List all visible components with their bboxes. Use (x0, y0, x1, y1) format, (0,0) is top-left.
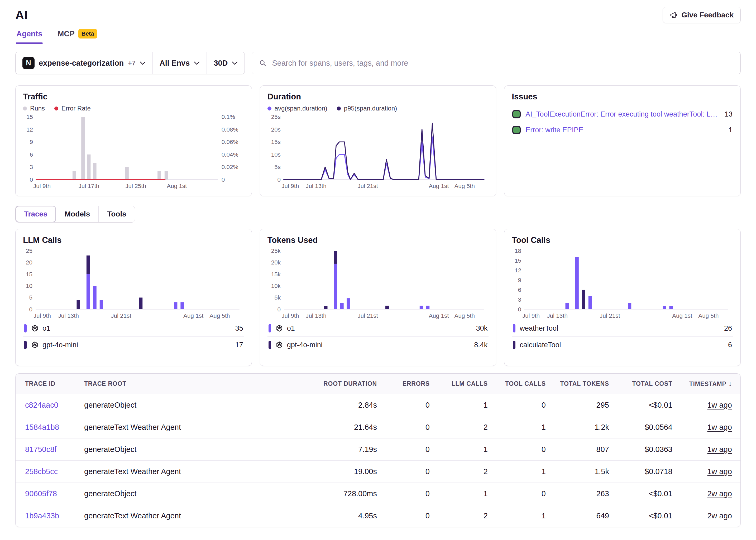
trace-cell-tool_calls: 1 (493, 416, 551, 439)
trace-id-link[interactable]: 90605f78 (25, 489, 57, 498)
chevron-down-icon (194, 62, 200, 65)
tab-agents[interactable]: Agents (16, 27, 43, 44)
trace-cell-errors: 0 (382, 483, 435, 505)
trace-row[interactable]: 90605f78generateObject728.00ms010263<$0.… (16, 483, 741, 505)
trace-cell-llm_calls: 1 (435, 394, 493, 416)
trace-cell-tokens: 263 (551, 483, 614, 505)
trace-cell-root: generateObject (79, 394, 211, 416)
trace-timestamp[interactable]: 1w ago (707, 401, 732, 409)
give-feedback-button[interactable]: Give Feedback (663, 7, 741, 23)
legend-item[interactable]: weatherTool 26 (512, 320, 733, 337)
trace-row[interactable]: c824aac0generateObject2.84s010295<$0.011… (16, 394, 741, 416)
col-tool-calls[interactable]: Tool Calls (493, 374, 551, 394)
trace-row[interactable]: 258cb5ccgenerateText Weather Agent19.00s… (16, 461, 741, 483)
date-range-select[interactable]: 30D (207, 52, 244, 74)
issue-row[interactable]: AI_ToolExecutionError: Error executing t… (512, 106, 733, 122)
project-select[interactable]: N expense-categorization +7 (16, 52, 152, 74)
subtab-tools[interactable]: Tools (99, 206, 135, 222)
trace-row[interactable]: 1b9a433bgenerateText Weather Agent4.95s0… (16, 505, 741, 527)
legend-error-rate-label: Error Rate (62, 105, 91, 112)
col-llm-calls[interactable]: LLM Calls (435, 374, 493, 394)
legend-item[interactable]: o1 30k (267, 320, 489, 337)
trace-cell-cost: $0.0718 (614, 461, 678, 483)
trace-id-link[interactable]: c824aac0 (25, 401, 58, 409)
legend-p95-label: p95(span.duration) (344, 105, 397, 112)
trace-cell-id[interactable]: 1584a1b8 (16, 416, 79, 439)
trace-cell-time[interactable]: 2w ago (678, 505, 741, 527)
col-timestamp[interactable]: Timestamp↓ (678, 374, 741, 394)
traffic-card-title: Traffic (23, 92, 244, 101)
tool-calls-card: Tool Calls 0369121518Jul 9thJul 13thJul … (504, 229, 741, 366)
col-root-duration[interactable]: Root Duration (211, 374, 382, 394)
trace-cell-root: generateObject (79, 439, 211, 461)
col-total-cost[interactable]: Total Cost (614, 374, 678, 394)
col-trace-root[interactable]: Trace Root (79, 374, 211, 394)
trace-cell-root: generateObject (79, 483, 211, 505)
project-icon-letter: N (26, 59, 31, 67)
beta-badge: Beta (78, 29, 97, 39)
trace-cell-time[interactable]: 2w ago (678, 483, 741, 505)
trace-cell-duration: 728.00ms (211, 483, 382, 505)
series-name: weatherTool (520, 324, 558, 333)
issue-row[interactable]: Error: write EPIPE 1 (512, 122, 733, 138)
svg-text:Jul 9th: Jul 9th (281, 183, 299, 189)
issue-link[interactable]: Error: write EPIPE (526, 126, 724, 134)
trace-cell-tokens: 1.5k (551, 461, 614, 483)
trace-id-link[interactable]: 1b9a433b (25, 511, 59, 520)
error-level-icon (512, 126, 521, 134)
legend-item[interactable]: calculateTool 6 (512, 337, 733, 353)
legend-item[interactable]: gpt-4o-mini 8.4k (267, 337, 489, 353)
subtab-traces[interactable]: Traces (16, 206, 56, 222)
trace-id-link[interactable]: 258cb5cc (25, 467, 58, 476)
legend-avg-duration: avg(span.duration) (267, 105, 327, 112)
trace-cell-cost: <$0.01 (614, 483, 678, 505)
svg-text:5k: 5k (274, 295, 281, 301)
series-value: 17 (235, 341, 243, 349)
trace-cell-id[interactable]: 81750c8f (16, 439, 79, 461)
trace-timestamp[interactable]: 1w ago (707, 423, 732, 431)
trace-timestamp[interactable]: 2w ago (707, 489, 732, 498)
svg-text:Aug 1st: Aug 1st (429, 313, 449, 319)
search-input[interactable] (271, 59, 734, 68)
svg-text:Jul 9th: Jul 9th (34, 313, 51, 319)
trace-row[interactable]: 81750c8fgenerateObject7.19s010807$0.0363… (16, 439, 741, 461)
trace-cell-llm_calls: 2 (435, 461, 493, 483)
legend-item[interactable]: gpt-4o-mini 17 (23, 337, 244, 353)
trace-timestamp[interactable]: 1w ago (707, 445, 732, 454)
trace-cell-time[interactable]: 1w ago (678, 439, 741, 461)
trace-cell-id[interactable]: c824aac0 (16, 394, 79, 416)
issue-link[interactable]: AI_ToolExecutionError: Error executing t… (526, 110, 720, 118)
trace-cell-time[interactable]: 1w ago (678, 416, 741, 439)
avg-dot-icon (267, 106, 271, 110)
svg-text:0: 0 (277, 306, 281, 313)
trace-cell-time[interactable]: 1w ago (678, 394, 741, 416)
trace-cell-duration: 19.00s (211, 461, 382, 483)
svg-text:3: 3 (518, 296, 522, 303)
date-range-value: 30D (214, 59, 227, 68)
trace-cell-id[interactable]: 90605f78 (16, 483, 79, 505)
legend-item[interactable]: o1 35 (23, 320, 244, 337)
col-total-tokens[interactable]: Total Tokens (551, 374, 614, 394)
subtab-models[interactable]: Models (56, 206, 99, 222)
trace-cell-id[interactable]: 1b9a433b (16, 505, 79, 527)
tab-mcp[interactable]: MCP Beta (57, 27, 97, 44)
trace-cell-tokens: 295 (551, 394, 614, 416)
trace-cell-root: generateText Weather Agent (79, 461, 211, 483)
svg-text:Jul 13th: Jul 13th (58, 313, 79, 319)
environment-select[interactable]: All Envs (152, 52, 207, 74)
trace-timestamp[interactable]: 2w ago (707, 511, 732, 520)
search-box[interactable] (252, 52, 741, 74)
series-color-chip (24, 324, 27, 333)
trace-id-link[interactable]: 81750c8f (25, 445, 57, 454)
trace-cell-tokens: 649 (551, 505, 614, 527)
trace-cell-id[interactable]: 258cb5cc (16, 461, 79, 483)
svg-text:20: 20 (26, 259, 33, 266)
trace-id-link[interactable]: 1584a1b8 (25, 423, 59, 431)
trace-timestamp[interactable]: 1w ago (707, 467, 732, 476)
col-trace-id[interactable]: Trace ID (16, 374, 79, 394)
trace-row[interactable]: 1584a1b8generateText Weather Agent21.64s… (16, 416, 741, 439)
trace-cell-errors: 0 (382, 461, 435, 483)
col-errors[interactable]: Errors (382, 374, 435, 394)
trace-cell-time[interactable]: 1w ago (678, 461, 741, 483)
svg-text:5: 5 (29, 295, 33, 301)
